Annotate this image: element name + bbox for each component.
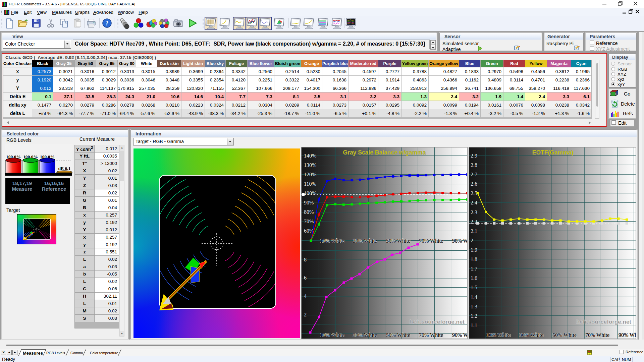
svg-text:120%: 120% [304, 172, 316, 177]
svg-text:8: 8 [304, 257, 307, 262]
svg-text:50% White: 50% White [386, 332, 410, 338]
svg-text:90% Wh: 90% Wh [619, 332, 636, 338]
svg-text:10% White: 10% White [320, 238, 344, 244]
svg-text:2.7: 2.7 [471, 172, 477, 177]
svg-text:30% White: 30% White [353, 332, 377, 338]
svg-text:130%: 130% [304, 162, 316, 168]
svg-text:70% White: 70% White [585, 332, 609, 338]
svg-text:70% White: 70% White [419, 238, 443, 244]
svg-text:50% White: 50% White [386, 238, 410, 244]
svg-text:hcfr.sourceforge.net: hcfr.sourceforge.net [576, 319, 632, 325]
svg-text:?: ? [105, 20, 109, 27]
svg-text:2.8: 2.8 [471, 162, 477, 168]
svg-text:90% Wh: 90% Wh [452, 332, 467, 338]
svg-text:10% White: 10% White [486, 332, 511, 338]
svg-text:100.0%: 100.0% [6, 154, 21, 159]
svg-text:1.7: 1.7 [471, 266, 477, 272]
svg-text:2.5: 2.5 [471, 190, 477, 196]
svg-text:Gray Scale Balance w/gamma: Gray Scale Balance w/gamma [343, 149, 426, 156]
svg-text:2: 2 [304, 312, 307, 317]
svg-text:70%: 70% [304, 219, 314, 224]
svg-text:30% White: 30% White [519, 332, 543, 338]
svg-text:1.2: 1.2 [471, 313, 477, 319]
svg-text:1.1: 1.1 [471, 322, 477, 328]
svg-text:100.0%: 100.0% [40, 154, 55, 159]
svg-text:1.4: 1.4 [471, 294, 477, 300]
svg-text:hcfr.sourceforge.net: hcfr.sourceforge.net [410, 319, 465, 325]
svg-text:2.3: 2.3 [471, 209, 477, 215]
svg-text:100.0%: 100.0% [23, 154, 38, 159]
svg-text:90% Wh: 90% Wh [452, 238, 467, 244]
svg-text:80%: 80% [304, 209, 314, 215]
svg-text:90%: 90% [304, 200, 314, 205]
svg-text:30% White: 30% White [353, 238, 377, 244]
svg-text:1.9: 1.9 [471, 247, 477, 253]
svg-text:2: 2 [471, 238, 473, 243]
svg-text:2.6: 2.6 [471, 181, 477, 187]
svg-text:2.4: 2.4 [471, 200, 477, 205]
svg-text:2.9: 2.9 [471, 153, 477, 159]
svg-text:10% White: 10% White [320, 332, 344, 338]
svg-text:2.1: 2.1 [471, 228, 477, 234]
svg-text:70% White: 70% White [419, 332, 443, 338]
svg-text:1.6: 1.6 [471, 275, 477, 281]
svg-text:6: 6 [304, 275, 307, 281]
svg-text:1.8: 1.8 [471, 256, 477, 262]
svg-text:EOTF(Gamma): EOTF(Gamma) [532, 149, 574, 156]
svg-text:1.5: 1.5 [471, 285, 477, 290]
svg-text:1.3: 1.3 [471, 304, 477, 309]
svg-text:50% White: 50% White [552, 332, 577, 338]
svg-text:110%: 110% [304, 181, 316, 187]
svg-text:dE 0.1: dE 0.1 [58, 166, 71, 171]
svg-text:4: 4 [304, 293, 307, 299]
svg-text:100%: 100% [304, 190, 316, 196]
svg-text:140%: 140% [304, 153, 316, 159]
